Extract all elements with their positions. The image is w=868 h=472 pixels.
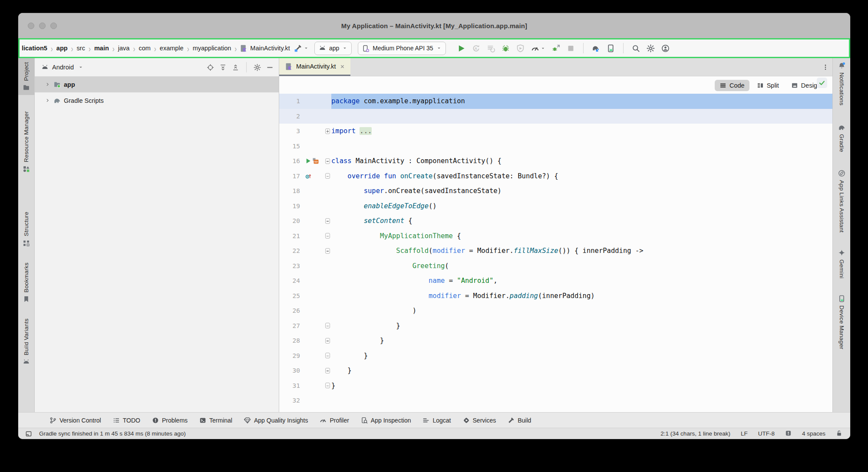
code-line[interactable]: 2 (279, 109, 832, 124)
fold-marker[interactable] (325, 173, 330, 179)
tab-mainactivity[interactable]: MainActivity.kt (279, 58, 350, 76)
breadcrumb-com[interactable]: com (139, 45, 150, 52)
line-number[interactable]: 3 (279, 124, 304, 139)
apply-changes-button[interactable]: A (471, 43, 481, 53)
tool-window-build-variants[interactable]: Build Variants (18, 315, 34, 370)
code-line[interactable]: 24 name = "Android", (279, 273, 832, 288)
line-number[interactable]: 23 (279, 259, 304, 274)
chevron-right-icon[interactable] (45, 98, 50, 103)
line-number[interactable]: 25 (279, 288, 304, 304)
zoom-window-button[interactable] (50, 23, 57, 29)
line-number[interactable]: 22 (279, 243, 304, 259)
tool-button-terminal[interactable]: Terminal (199, 417, 232, 424)
tool-button-app-inspection[interactable]: App Inspection (361, 417, 411, 424)
gutter[interactable] (304, 393, 323, 408)
fold-marker[interactable] (325, 338, 330, 344)
code-line[interactable]: 30 } (279, 363, 832, 378)
gutter[interactable] (304, 184, 323, 199)
build-menu-button[interactable] (293, 43, 310, 54)
fold-marker[interactable] (325, 233, 330, 239)
fold-marker[interactable] (325, 158, 330, 164)
tool-window-gradle[interactable]: Gradle (833, 120, 850, 156)
breadcrumb-src[interactable]: src (77, 45, 85, 52)
code-line[interactable]: 15 (279, 139, 832, 154)
code-line[interactable]: 16<>class MainActivity : ComponentActivi… (279, 154, 832, 169)
profiler-button[interactable] (530, 43, 546, 53)
line-number[interactable]: 24 (279, 273, 304, 288)
code-line[interactable]: 26 ) (279, 303, 832, 318)
gutter[interactable] (304, 139, 323, 154)
code-line[interactable]: 27 } (279, 318, 832, 334)
tool-button-version-control[interactable]: Version Control (50, 417, 101, 424)
chevron-right-icon[interactable] (45, 82, 50, 87)
account-button[interactable] (660, 43, 670, 53)
code-line[interactable]: 31} (279, 378, 832, 393)
caret-position[interactable]: 2:1 (34 chars, 1 line break) (660, 430, 730, 437)
tool-window-notifications[interactable]: Notifications (833, 58, 850, 109)
code-line[interactable]: 32 (279, 393, 832, 408)
breadcrumb-java[interactable]: java (118, 45, 130, 52)
tool-button-services[interactable]: Services (463, 417, 496, 424)
line-number[interactable]: 16 (279, 154, 304, 169)
line-number[interactable]: 29 (279, 348, 304, 364)
tool-button-build[interactable]: Build (508, 417, 531, 424)
stop-button[interactable] (566, 43, 576, 53)
line-number[interactable]: 2 (279, 109, 304, 124)
line-number[interactable]: 15 (279, 139, 304, 154)
gutter[interactable]: <> (304, 154, 323, 169)
gutter[interactable] (304, 363, 323, 378)
line-number[interactable]: 19 (279, 199, 304, 214)
fold-marker[interactable] (325, 218, 330, 224)
gutter[interactable] (304, 378, 323, 393)
gutter[interactable] (304, 348, 323, 364)
locate-file-button[interactable] (206, 63, 215, 72)
profile-low-overhead-button[interactable] (515, 43, 525, 53)
gutter[interactable] (304, 169, 323, 184)
view-mode-split[interactable]: Split (752, 80, 784, 91)
code-line[interactable]: 23 Greeting( (279, 259, 832, 274)
tool-window-resource-manager[interactable]: Resource Manager (18, 107, 34, 177)
titlebar[interactable]: My Application – MainActivity.kt [My_App… (18, 13, 850, 38)
code-area[interactable]: 1package com.example.myapplication23impo… (279, 76, 832, 412)
notifications-widget[interactable] (785, 430, 792, 438)
line-ending[interactable]: LF (741, 430, 748, 437)
run-configuration-select[interactable]: app (314, 42, 352, 55)
tool-button-profiler[interactable]: Profiler (320, 417, 349, 424)
fold-marker[interactable] (325, 248, 330, 254)
caret-down-icon[interactable] (78, 65, 83, 70)
code-line[interactable]: 29 } (279, 348, 832, 364)
indent-config[interactable]: 4 spaces (802, 430, 825, 437)
breadcrumb-example[interactable]: example (160, 45, 184, 52)
run-small-icon[interactable] (305, 157, 312, 164)
gutter[interactable] (304, 243, 323, 259)
device-select[interactable]: Medium Phone API 35 (358, 42, 446, 55)
encoding[interactable]: UTF-8 (758, 430, 775, 437)
fold-marker[interactable] (325, 128, 330, 134)
code-line[interactable]: 3import ... (279, 124, 832, 139)
line-number[interactable]: 28 (279, 333, 304, 348)
tool-button-problems[interactable]: Problems (152, 417, 188, 424)
minimize-window-button[interactable] (39, 23, 46, 29)
sync-gradle-button[interactable] (591, 43, 601, 53)
code-line[interactable]: 18 super.onCreate(savedInstanceState) (279, 184, 832, 199)
gutter[interactable] (304, 303, 323, 318)
line-number[interactable]: 20 (279, 213, 304, 229)
close-window-button[interactable] (28, 23, 34, 29)
line-number[interactable]: 18 (279, 184, 304, 199)
fold-marker[interactable] (325, 368, 330, 374)
fold-marker[interactable] (325, 353, 330, 358)
gutter[interactable] (304, 109, 323, 124)
code-line[interactable]: 22 Scaffold(modifier = Modifier.fillMaxS… (279, 243, 832, 259)
view-mode-code[interactable]: Code (715, 80, 749, 91)
tool-window-bookmarks[interactable]: Bookmarks (18, 259, 34, 307)
code-line[interactable]: 19 enableEdgeToEdge() (279, 199, 832, 214)
panel-settings-button[interactable] (253, 63, 262, 72)
settings-button[interactable] (646, 43, 656, 53)
run-button[interactable] (456, 43, 466, 53)
tool-window-device-manager[interactable]: Device Manager (833, 291, 850, 353)
tool-window-structure[interactable]: Structure (18, 208, 34, 251)
tool-window-app-links-assistant[interactable]: App Links Assistant (833, 166, 850, 236)
expand-all-button[interactable] (218, 63, 228, 72)
gutter[interactable] (304, 273, 323, 288)
gutter[interactable] (304, 94, 323, 109)
